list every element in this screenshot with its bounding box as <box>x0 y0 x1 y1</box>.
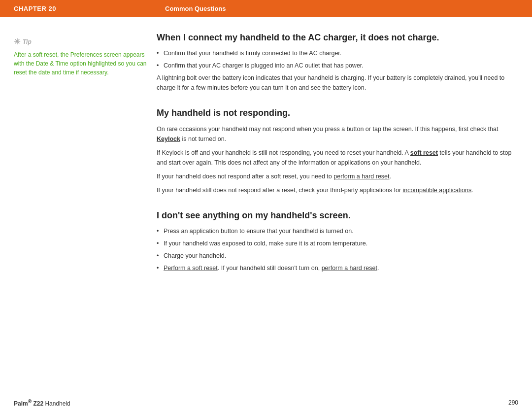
footer-page-number: 290 <box>508 399 518 406</box>
sidebar: ✳ Tip After a soft reset, the Preference… <box>14 32 157 384</box>
section3-body: Perform a soft reset. If your handheld s… <box>157 263 518 273</box>
header-bar: CHAPTER 20 Common Questions <box>0 0 532 17</box>
content-area: ✳ Tip After a soft reset, the Preference… <box>0 17 532 394</box>
keylock-label: Keylock <box>157 136 180 142</box>
footer-brand: Palm® Z22 Handheld <box>14 399 70 407</box>
footer: Palm® Z22 Handheld 290 <box>0 394 532 411</box>
section3-bullet2: If your handheld was exposed to cold, ma… <box>157 239 518 248</box>
section1-bullet1: Confirm that your handheld is firmly con… <box>157 48 518 58</box>
hard-reset-link[interactable]: perform a hard reset <box>333 173 389 180</box>
hard-reset-link2[interactable]: perform a hard reset <box>322 265 377 272</box>
section1-heading: When I connect my handheld to the AC cha… <box>157 32 518 43</box>
section2-body2: If Keylock is off and your handheld is s… <box>157 148 518 168</box>
soft-reset-link[interactable]: Perform a soft reset <box>164 265 218 272</box>
incompatible-apps-link[interactable]: incompatible applications <box>403 187 472 194</box>
brand-bold: Palm® Z22 <box>14 400 43 407</box>
tip-label: Tip <box>23 38 32 45</box>
section1-bullet2: Confirm that your AC charger is plugged … <box>157 61 518 70</box>
main-content: When I connect my handheld to the AC cha… <box>157 32 518 384</box>
section2-body1: On rare occasions your handheld may not … <box>157 124 518 144</box>
section2-body3: If your handheld does not respond after … <box>157 171 518 181</box>
section-blank-screen: I don't see anything on my handheld's sc… <box>157 210 518 275</box>
section-not-responding: My handheld is not responding. On rare o… <box>157 107 518 199</box>
soft-reset-label: soft reset <box>410 149 438 156</box>
tip-asterisk-icon: ✳ <box>14 37 20 46</box>
chapter-label: CHAPTER 20 <box>0 5 160 12</box>
tip-text: After a soft reset, the Preferences scre… <box>14 50 147 77</box>
section3-bullet3: Charge your handheld. <box>157 251 518 261</box>
section2-body4: If your handheld still does not respond … <box>157 185 518 195</box>
section3-heading: I don't see anything on my handheld's sc… <box>157 210 518 221</box>
section2-heading: My handheld is not responding. <box>157 107 518 119</box>
section1-body: A lightning bolt over the battery icon i… <box>157 73 518 93</box>
section3-bullet1: Press an application button to ensure th… <box>157 226 518 236</box>
section-ac-charger: When I connect my handheld to the AC cha… <box>157 32 518 97</box>
tip-container: ✳ Tip After a soft reset, the Preference… <box>14 37 147 77</box>
section-title: Common Questions <box>160 5 532 12</box>
